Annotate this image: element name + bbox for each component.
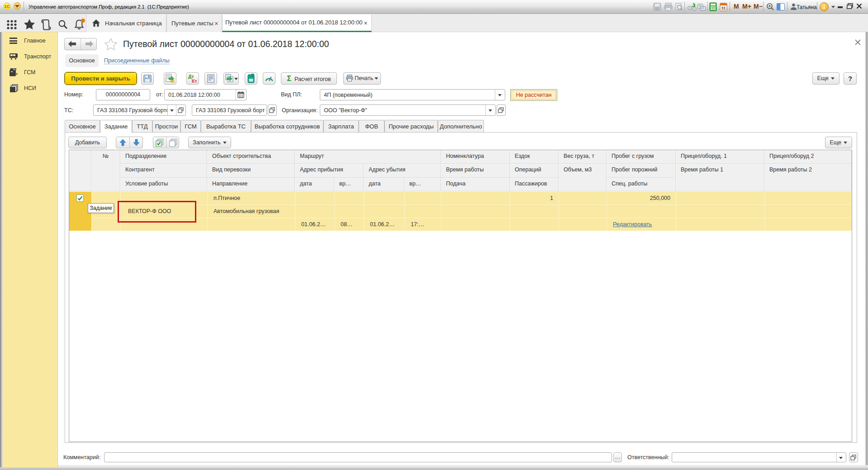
svg-text:31: 31 bbox=[721, 6, 726, 10]
